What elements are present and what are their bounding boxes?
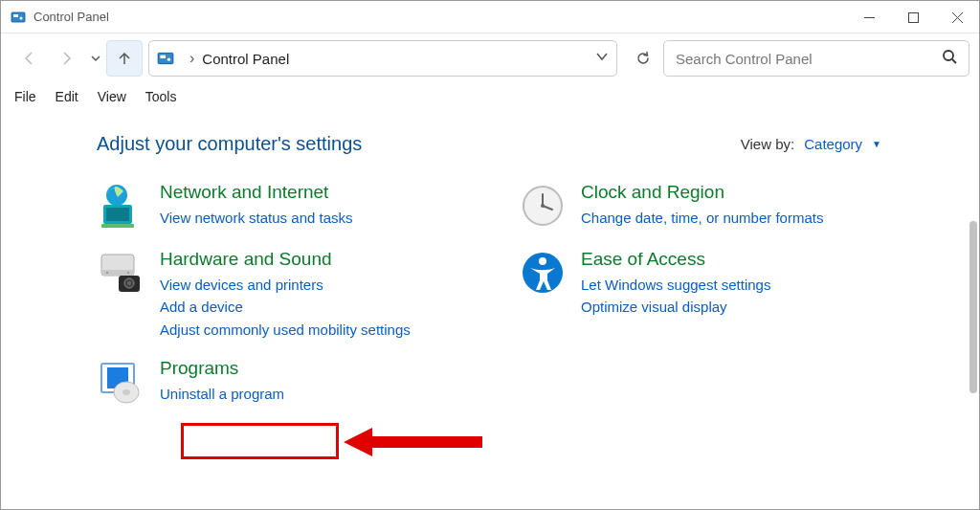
menu-edit[interactable]: Edit	[48, 87, 86, 106]
svg-line-12	[952, 59, 956, 63]
category-title[interactable]: Network and Internet	[160, 182, 460, 203]
chevron-down-icon: ▼	[872, 139, 881, 149]
navigation-bar: › Control Panel	[1, 33, 979, 83]
refresh-button[interactable]	[625, 40, 661, 77]
search-box[interactable]	[663, 40, 969, 77]
back-button[interactable]	[11, 40, 47, 77]
svg-point-23	[127, 281, 131, 285]
search-input[interactable]	[676, 51, 942, 67]
category-link[interactable]: View network status and tasks	[160, 207, 460, 229]
clock-icon	[518, 182, 568, 232]
category-link[interactable]: Let Windows suggest settings	[581, 274, 881, 296]
menu-view[interactable]: View	[90, 87, 134, 106]
svg-point-2	[20, 16, 23, 19]
window-title: Control Panel	[33, 10, 109, 24]
svg-marker-34	[344, 428, 482, 456]
menu-bar: File Edit View Tools	[1, 83, 979, 110]
category-network: Network and Internet View network status…	[97, 182, 460, 232]
forward-button[interactable]	[49, 40, 85, 77]
category-hardware: Hardware and Sound View devices and prin…	[97, 249, 460, 341]
category-link[interactable]: Add a device	[160, 296, 460, 318]
minimize-button[interactable]	[847, 1, 891, 33]
svg-rect-9	[160, 55, 166, 58]
arrow-annotation	[344, 425, 482, 459]
menu-file[interactable]: File	[7, 87, 44, 106]
highlight-annotation	[181, 423, 339, 459]
category-link[interactable]: Uninstall a program	[160, 383, 460, 405]
title-bar: Control Panel	[1, 1, 979, 33]
address-history-dropdown[interactable]	[595, 50, 609, 67]
category-link[interactable]: Optimize visual display	[581, 296, 881, 318]
control-panel-icon	[11, 10, 26, 25]
view-by-selector[interactable]: View by: Category ▼	[741, 136, 881, 152]
page-title: Adjust your computer's settings	[97, 133, 362, 155]
maximize-button[interactable]	[891, 1, 935, 33]
breadcrumb-root[interactable]: Control Panel	[202, 51, 289, 67]
programs-icon	[97, 358, 146, 408]
svg-point-11	[944, 51, 953, 60]
accessibility-icon	[518, 249, 568, 299]
network-icon	[97, 182, 146, 232]
viewby-value: Category	[804, 136, 862, 152]
search-icon[interactable]	[942, 49, 957, 68]
svg-rect-16	[101, 224, 134, 228]
category-ease-access: Ease of Access Let Windows suggest setti…	[518, 249, 881, 319]
svg-rect-1	[13, 14, 18, 17]
category-title[interactable]: Hardware and Sound	[160, 249, 460, 270]
content-area: Adjust your computer's settings View by:…	[1, 110, 979, 510]
category-clock: Clock and Region Change date, time, or n…	[518, 182, 881, 232]
category-link[interactable]: View devices and printers	[160, 274, 460, 296]
svg-point-27	[122, 389, 130, 395]
address-bar[interactable]: › Control Panel	[148, 40, 617, 77]
chevron-right-icon: ›	[189, 50, 194, 67]
category-title[interactable]: Programs	[160, 358, 460, 379]
up-button[interactable]	[106, 40, 143, 77]
svg-point-10	[167, 57, 170, 60]
recent-locations-dropdown[interactable]	[87, 40, 104, 77]
scrollbar-thumb[interactable]	[969, 221, 977, 393]
category-title[interactable]: Clock and Region	[581, 182, 881, 203]
close-button[interactable]	[935, 1, 979, 33]
viewby-label: View by:	[741, 136, 794, 152]
category-link[interactable]: Adjust commonly used mobility settings	[160, 319, 460, 341]
svg-rect-4	[908, 12, 918, 22]
svg-point-20	[127, 272, 129, 274]
svg-point-19	[106, 272, 108, 274]
category-link[interactable]: Change date, time, or number formats	[581, 207, 881, 229]
hardware-icon	[97, 249, 146, 299]
category-programs: Programs Uninstall a program	[97, 358, 460, 408]
svg-rect-15	[106, 208, 129, 221]
control-panel-icon	[157, 50, 174, 67]
menu-tools[interactable]: Tools	[138, 87, 185, 106]
category-title[interactable]: Ease of Access	[581, 249, 881, 270]
svg-point-33	[539, 257, 546, 265]
